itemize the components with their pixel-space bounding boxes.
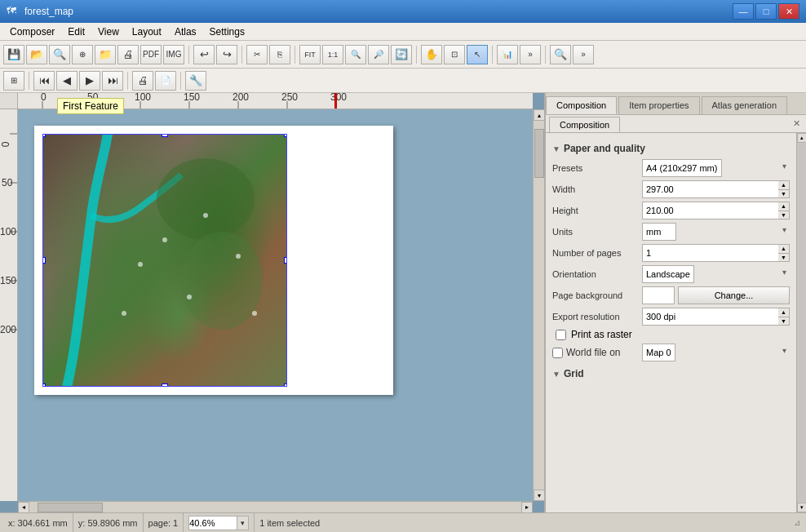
num-pages-up[interactable]: ▲ xyxy=(778,245,789,254)
more2-button[interactable]: » xyxy=(573,45,594,64)
num-pages-input[interactable] xyxy=(642,244,778,262)
scroll-h-track[interactable] xyxy=(29,503,521,512)
zoom-actual-button[interactable]: 1:1 xyxy=(322,45,343,64)
scroll-up-button[interactable]: ▴ xyxy=(534,109,545,121)
scrollbar-horizontal[interactable]: ◂ ▸ xyxy=(18,501,533,512)
tab-item-properties[interactable]: Item properties xyxy=(618,96,699,114)
handle-bm[interactable] xyxy=(162,383,168,387)
orientation-select[interactable]: Landscape Portrait xyxy=(642,265,694,283)
print2-button[interactable]: 🖨 xyxy=(132,71,153,91)
handle-tm[interactable] xyxy=(162,134,168,137)
more-button[interactable]: » xyxy=(520,45,541,64)
sub-tab-composition[interactable]: Composition xyxy=(549,117,620,132)
zoom-extent-button[interactable]: 🔍 xyxy=(49,45,70,64)
scroll-down-button[interactable]: ▾ xyxy=(534,490,545,501)
export2-button[interactable]: 📄 xyxy=(155,71,176,91)
maximize-button[interactable]: □ xyxy=(755,3,777,20)
panel-scroll-track[interactable] xyxy=(797,143,806,503)
svg-point-29 xyxy=(162,237,167,242)
minimize-button[interactable]: — xyxy=(733,3,754,20)
export-res-down[interactable]: ▼ xyxy=(778,317,789,326)
svg-point-33 xyxy=(236,254,241,259)
settings2-button[interactable]: 🔧 xyxy=(185,71,206,91)
export-pdf-button[interactable]: PDF xyxy=(140,45,162,64)
close-button[interactable]: ✕ xyxy=(778,3,799,20)
page-bg-color[interactable] xyxy=(642,286,675,304)
width-up[interactable]: ▲ xyxy=(778,181,789,190)
tab-composition[interactable]: Composition xyxy=(546,96,617,114)
panel-scroll-down[interactable]: ▾ xyxy=(797,503,806,512)
last-feature-button[interactable]: ⏭ xyxy=(102,71,123,91)
print-raster-checkbox[interactable] xyxy=(556,330,566,340)
redo-button[interactable]: ↪ xyxy=(216,45,237,64)
menu-view[interactable]: View xyxy=(91,24,126,39)
handle-mr[interactable] xyxy=(284,257,287,264)
atlas-button[interactable]: 📊 xyxy=(497,45,518,64)
height-up[interactable]: ▲ xyxy=(778,202,789,211)
world-file-checkbox[interactable] xyxy=(552,348,563,358)
find-button[interactable]: 🔍 xyxy=(550,45,571,64)
zoom-dropdown-button[interactable]: ▾ xyxy=(237,516,249,530)
presets-select[interactable]: A4 (210x297 mm) A3 (297x420 mm) Letter C… xyxy=(642,159,722,177)
handle-ml[interactable] xyxy=(42,257,46,264)
label-print-raster: Print as raster xyxy=(571,329,632,340)
export-res-up[interactable]: ▲ xyxy=(778,308,789,317)
tab-atlas-generation[interactable]: Atlas generation xyxy=(702,96,788,114)
print-button[interactable]: 🖨 xyxy=(117,45,139,64)
height-input[interactable] xyxy=(642,202,778,219)
scroll-h-thumb[interactable] xyxy=(38,503,103,512)
menu-composer[interactable]: Composer xyxy=(3,24,61,39)
menu-layout[interactable]: Layout xyxy=(126,24,168,39)
refresh-button[interactable]: 🔄 xyxy=(391,45,412,64)
handle-br[interactable] xyxy=(284,383,287,387)
world-file-select[interactable]: Map 0 Map 1 xyxy=(642,344,675,361)
handle-tr[interactable] xyxy=(284,134,287,137)
panel-scroll-up[interactable]: ▴ xyxy=(797,133,806,143)
zoom-input[interactable] xyxy=(188,516,237,530)
width-down[interactable]: ▼ xyxy=(778,190,789,198)
scroll-v-track[interactable] xyxy=(534,121,544,490)
canvas-area[interactable]: 0 50 100 150 200 250 300 xyxy=(0,93,545,512)
units-select[interactable]: mm cm inches px xyxy=(642,223,676,241)
zoom-select-button[interactable]: ⊡ xyxy=(444,45,465,64)
menu-atlas[interactable]: Atlas xyxy=(168,24,203,39)
export-image-button[interactable]: IMG xyxy=(163,45,184,64)
scroll-right-button[interactable]: ▸ xyxy=(521,502,533,513)
fit-page-button[interactable]: FIT xyxy=(299,45,321,64)
svg-point-30 xyxy=(203,213,208,218)
menu-settings[interactable]: Settings xyxy=(203,24,251,39)
scroll-left-button[interactable]: ◂ xyxy=(18,502,29,513)
control-units: mm cm inches px xyxy=(642,223,790,241)
height-down[interactable]: ▼ xyxy=(778,211,789,219)
handle-tl[interactable] xyxy=(42,134,46,137)
cut-button[interactable]: ✂ xyxy=(246,45,268,64)
height-input-group: ▲ ▼ xyxy=(642,202,790,219)
river-svg xyxy=(42,134,287,387)
scrollbar-vertical[interactable]: ▴ ▾ xyxy=(533,109,544,501)
add-map-button[interactable]: ⊞ xyxy=(3,71,24,91)
map-image[interactable] xyxy=(42,134,287,387)
open-template-button[interactable]: 📂 xyxy=(26,45,47,64)
copy-button[interactable]: ⎘ xyxy=(269,45,290,64)
zoom-in2-button[interactable]: 🔍 xyxy=(345,45,366,64)
zoom-in-button[interactable]: ⊕ xyxy=(72,45,93,64)
select-button[interactable]: ↖ xyxy=(467,45,488,64)
change-bg-button[interactable]: Change... xyxy=(678,286,790,304)
save-button[interactable]: 💾 xyxy=(3,45,24,64)
menu-edit[interactable]: Edit xyxy=(61,24,91,39)
handle-bl[interactable] xyxy=(42,383,46,387)
next-feature-button[interactable]: ▶ xyxy=(79,71,100,91)
first-feature-button[interactable]: ⏮ xyxy=(33,71,55,91)
num-pages-down[interactable]: ▼ xyxy=(778,254,789,262)
pan-button[interactable]: ✋ xyxy=(421,45,442,64)
open-file-button[interactable]: 📁 xyxy=(95,45,116,64)
zoom-out-button[interactable]: 🔎 xyxy=(368,45,389,64)
panel-close-button[interactable]: ✕ xyxy=(790,117,803,130)
width-input[interactable] xyxy=(642,180,778,198)
panel-scrollbar[interactable]: ▴ ▾ xyxy=(796,133,806,512)
canvas-scroll-area[interactable] xyxy=(18,109,533,501)
prev-feature-button[interactable]: ◀ xyxy=(56,71,78,91)
undo-button[interactable]: ↩ xyxy=(193,45,215,64)
scroll-v-thumb[interactable] xyxy=(534,129,544,178)
export-res-input[interactable] xyxy=(642,308,778,326)
